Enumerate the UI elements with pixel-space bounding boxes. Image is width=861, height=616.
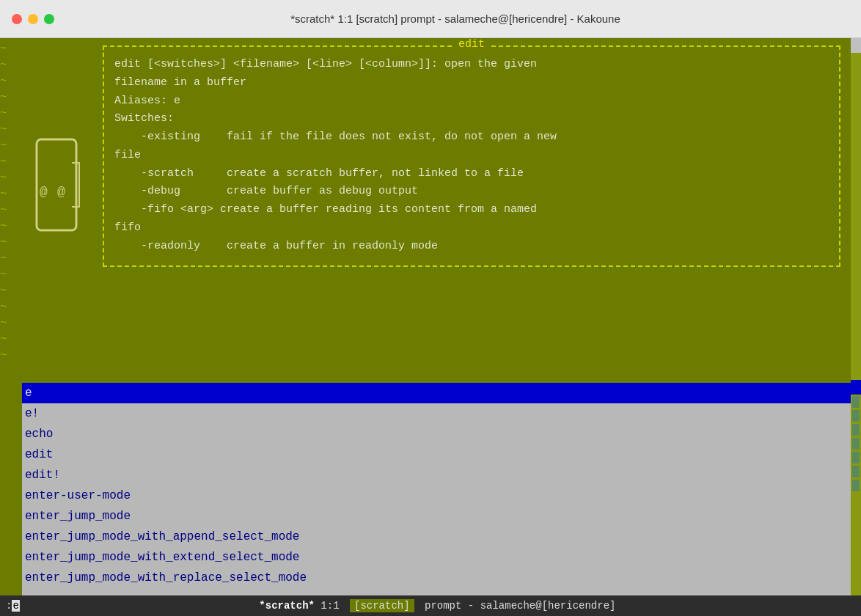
- scrollbar[interactable]: [851, 38, 861, 595]
- tilde-9: ~: [0, 172, 22, 188]
- tilde-16: ~: [0, 285, 22, 301]
- tilde-8: ~: [0, 155, 22, 172]
- scroll-track-top[interactable]: [851, 53, 861, 380]
- popup-line-1: edit [<switches>] <filename> [<line> [<c…: [114, 56, 829, 74]
- scroll-segment-4: [852, 438, 860, 450]
- scroll-segment-7: [852, 480, 860, 491]
- tilde-3: ~: [0, 75, 22, 91]
- status-tag: [scratch]: [350, 599, 414, 612]
- scroll-segment-6: [852, 466, 860, 477]
- tilde-19: ~: [0, 333, 22, 349]
- popup-line-10: fifo: [114, 219, 829, 238]
- tilde-18: ~: [0, 317, 22, 333]
- completion-item-enter-jump-append[interactable]: enter_jump_mode_with_append_select_mode: [22, 527, 851, 547]
- completion-item-enter-jump-replace[interactable]: enter_jump_mode_with_replace_select_mode: [22, 568, 851, 588]
- completion-item-enter-user-mode[interactable]: enter-user-mode: [22, 485, 851, 506]
- completion-list: e! echo edit edit! enter-user-mode enter…: [22, 403, 851, 595]
- completion-item-edit[interactable]: edit: [22, 444, 851, 465]
- svg-text:@: @: [40, 185, 48, 199]
- tilde-6: ~: [0, 123, 22, 139]
- svg-text:@: @: [57, 185, 65, 199]
- popup-line-5: -existing fail if the file does not exis…: [114, 128, 829, 147]
- help-popup: edit edit [<switches>] <filename> [<line…: [103, 45, 840, 267]
- window-title: *scratch* 1:1 [scratch] prompt - salamec…: [62, 12, 849, 25]
- popup-line-6: file: [114, 147, 829, 165]
- status-buffer: *scratch*: [259, 600, 315, 612]
- scroll-segment-3: [852, 424, 860, 436]
- scroll-track-bottom[interactable]: [851, 395, 861, 595]
- status-prompt-prefix: :: [6, 600, 12, 612]
- popup-line-7: -scratch create a scratch buffer, not li…: [114, 165, 829, 183]
- scroll-blue-block: [851, 380, 861, 395]
- popup-line-3: Aliases: e: [114, 92, 829, 111]
- popup-content: edit [<switches>] <filename> [<line> [<c…: [114, 56, 829, 255]
- tilde-5: ~: [0, 107, 22, 123]
- status-cursor: e: [12, 600, 19, 612]
- popup-line-8: -debug create buffer as debug output: [114, 183, 829, 201]
- minimize-button[interactable]: [28, 14, 38, 24]
- input-value: e: [25, 386, 32, 400]
- tilde-2: ~: [0, 59, 22, 75]
- completion-item-e-bang[interactable]: e!: [22, 403, 851, 424]
- completion-item-enter-jump-mode[interactable]: enter_jump_mode: [22, 506, 851, 527]
- tilde-1: ~: [0, 43, 22, 59]
- popup-line-9: -fifo <arg> create a buffer reading its …: [114, 201, 829, 219]
- popup-line-11: -readonly create a buffer in readonly mo…: [114, 238, 829, 256]
- status-center: *scratch* 1:1 [scratch] prompt - salamec…: [20, 600, 855, 612]
- status-pos-val: 1:1: [320, 600, 339, 612]
- maximize-button[interactable]: [44, 14, 54, 24]
- editor-top: @ @ edit edit [<switches>] <filename> [<…: [22, 38, 851, 383]
- scroll-segment-1: [852, 396, 860, 408]
- tilde-17: ~: [0, 301, 22, 317]
- completion-item-echo[interactable]: echo: [22, 424, 851, 444]
- popup-line-2: filename in a buffer: [114, 74, 829, 92]
- statusbar: : e *scratch* 1:1 [scratch] prompt - sal…: [0, 595, 861, 616]
- scroll-segment-5: [852, 452, 860, 463]
- popup-line-4: Switches:: [114, 110, 829, 128]
- tilde-12: ~: [0, 220, 22, 236]
- popup-title: edit: [453, 38, 491, 51]
- tilde-20: ~: [0, 349, 22, 365]
- tilde-7: ~: [0, 139, 22, 155]
- command-input-line[interactable]: e: [22, 383, 851, 403]
- traffic-lights: [12, 14, 54, 24]
- scroll-grip-top[interactable]: [851, 38, 861, 53]
- tilde-14: ~: [0, 252, 22, 268]
- tilde-4: ~: [0, 91, 22, 107]
- cursor-icon: @ @: [29, 133, 84, 236]
- close-button[interactable]: [12, 14, 22, 24]
- tilde-10: ~: [0, 188, 22, 204]
- gutter: ~ ~ ~ ~ ~ ~ ~ ~ ~ ~ ~ ~ ~ ~ ~ ~ ~ ~ ~ ~: [0, 38, 22, 595]
- tilde-13: ~: [0, 236, 22, 252]
- completion-item-enter-jump-extend[interactable]: enter_jump_mode_with_extend_select_mode: [22, 547, 851, 568]
- titlebar: *scratch* 1:1 [scratch] prompt - salamec…: [0, 0, 861, 38]
- status-right: prompt - salameche@[hericendre]: [425, 600, 615, 612]
- scroll-segment-2: [852, 410, 860, 422]
- completion-item-edit-bang[interactable]: edit!: [22, 465, 851, 485]
- tilde-11: ~: [0, 204, 22, 220]
- tilde-15: ~: [0, 268, 22, 285]
